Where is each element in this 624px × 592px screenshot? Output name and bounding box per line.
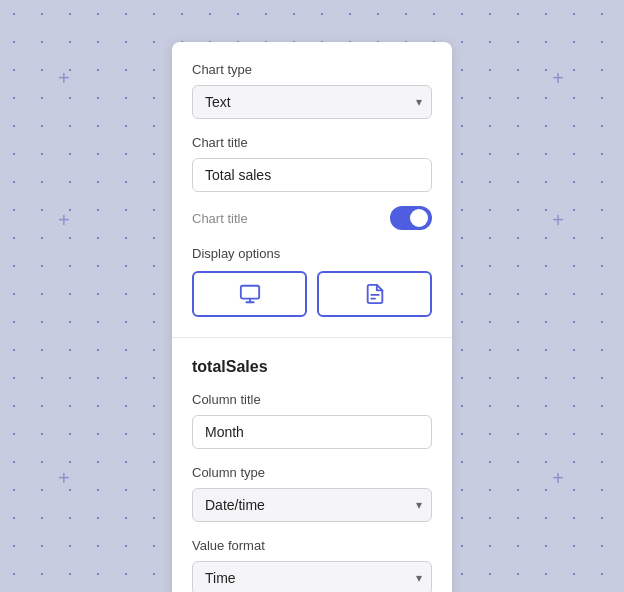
plus-decoration-tl: + bbox=[58, 68, 70, 88]
chart-type-wrapper: Text Bar Line Pie Table ▾ bbox=[192, 85, 432, 119]
chart-title-toggle[interactable] bbox=[390, 206, 432, 230]
plus-decoration-mr: + bbox=[552, 210, 564, 230]
chart-type-select[interactable]: Text Bar Line Pie Table bbox=[192, 85, 432, 119]
toggle-slider bbox=[390, 206, 432, 230]
plus-decoration-ml: + bbox=[58, 210, 70, 230]
plus-decoration-tr: + bbox=[552, 68, 564, 88]
chart-title-toggle-label: Chart title bbox=[192, 211, 248, 226]
display-options-group bbox=[192, 271, 432, 317]
chart-settings-section: Chart type Text Bar Line Pie Table ▾ Cha… bbox=[172, 42, 452, 338]
chart-title-input[interactable] bbox=[192, 158, 432, 192]
total-sales-title: totalSales bbox=[192, 358, 432, 376]
column-title-label: Column title bbox=[192, 392, 432, 407]
svg-rect-0 bbox=[240, 286, 258, 299]
display-monitor-button[interactable] bbox=[192, 271, 307, 317]
settings-panel: Chart type Text Bar Line Pie Table ▾ Cha… bbox=[172, 42, 452, 592]
display-document-button[interactable] bbox=[317, 271, 432, 317]
column-type-label: Column type bbox=[192, 465, 432, 480]
monitor-icon bbox=[239, 283, 261, 305]
plus-decoration-bl: + bbox=[58, 468, 70, 488]
chart-type-label: Chart type bbox=[192, 62, 432, 77]
value-format-label: Value format bbox=[192, 538, 432, 553]
column-type-wrapper: Date/time Number Text Boolean ▾ bbox=[192, 488, 432, 522]
document-icon bbox=[364, 283, 386, 305]
display-options-label: Display options bbox=[192, 246, 432, 261]
value-format-wrapper: Time Date Date and time Custom ▾ bbox=[192, 561, 432, 592]
column-title-input[interactable] bbox=[192, 415, 432, 449]
total-sales-section: totalSales Column title Column type Date… bbox=[172, 338, 452, 592]
plus-decoration-br: + bbox=[552, 468, 564, 488]
chart-title-toggle-row: Chart title bbox=[192, 206, 432, 230]
value-format-select[interactable]: Time Date Date and time Custom bbox=[192, 561, 432, 592]
column-type-select[interactable]: Date/time Number Text Boolean bbox=[192, 488, 432, 522]
chart-title-label: Chart title bbox=[192, 135, 432, 150]
